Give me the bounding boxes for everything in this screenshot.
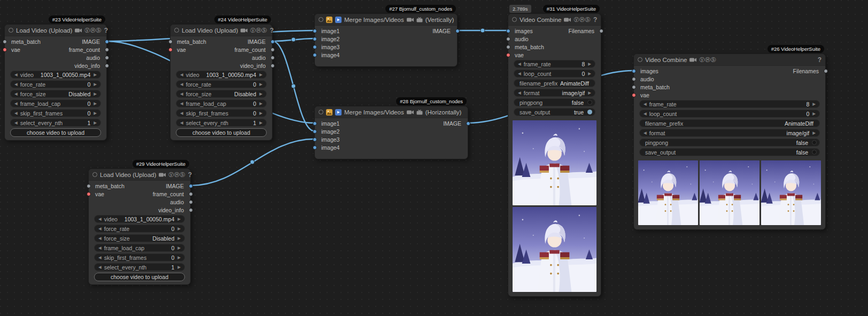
arrow-right-icon[interactable]: ▶	[176, 265, 182, 269]
collapse-icon[interactable]	[638, 57, 642, 62]
arrow-left-icon[interactable]: ◀	[97, 236, 103, 241]
widget-skip-first-frames[interactable]: ◀ skip_first_frames 0 ▶	[176, 109, 267, 117]
arrow-right-icon[interactable]: ▶	[586, 62, 593, 66]
node-23-load-video[interactable]: #23 VideoHelperSuite Load Video (Upload)…	[4, 24, 107, 141]
arrow-right-icon[interactable]: ▶	[811, 112, 817, 116]
input-slot-image1[interactable]	[313, 121, 317, 126]
widget-frame-rate[interactable]: ◀ frame_rate 8 ▶	[639, 100, 820, 108]
toggle-knob[interactable]	[812, 150, 817, 155]
arrow-left-icon[interactable]: ◀	[13, 102, 19, 106]
widget-loop-count[interactable]: ◀ loop_count 0 ▶	[639, 110, 820, 118]
arrow-left-icon[interactable]: ◀	[516, 72, 523, 76]
node-header[interactable]: Video Combine ⓋⒽⓈ ?	[634, 54, 825, 66]
widget-select-every-nth[interactable]: ◀ select_every_nth 1 ▶	[176, 119, 267, 127]
arrow-right-icon[interactable]: ▶	[586, 91, 593, 95]
output-slot-audio[interactable]	[189, 200, 193, 204]
gif-preview[interactable]	[634, 158, 825, 229]
collapse-icon[interactable]	[92, 172, 97, 177]
output-slot-image[interactable]	[105, 40, 109, 44]
widget-format[interactable]: ◀ format image/gif ▶	[639, 129, 820, 137]
output-slot-filenames[interactable]	[824, 69, 828, 73]
arrow-left-icon[interactable]: ◀	[97, 246, 103, 250]
arrow-right-icon[interactable]: ▶	[811, 131, 817, 135]
widget-frame-load-cap[interactable]: ◀ frame_load_cap 0 ▶	[10, 99, 101, 107]
arrow-right-icon[interactable]: ▶	[176, 236, 182, 241]
choose-video-button[interactable]: choose video to upload	[176, 128, 267, 137]
toggle-knob[interactable]	[587, 100, 592, 105]
input-slot-meta-batch[interactable]	[632, 85, 636, 89]
arrow-right-icon[interactable]: ▶	[258, 73, 264, 77]
help-icon[interactable]: ?	[818, 56, 821, 64]
widget-frame-load-cap[interactable]: ◀ frame_load_cap 0 ▶	[176, 99, 267, 107]
widget-frame-load-cap[interactable]: ◀ frame_load_cap 0 ▶	[94, 244, 185, 252]
toggle-knob[interactable]	[587, 110, 592, 114]
output-slot-audio[interactable]	[270, 56, 275, 60]
arrow-left-icon[interactable]: ◀	[179, 73, 185, 77]
arrow-right-icon[interactable]: ▶	[176, 246, 182, 250]
widget-skip-first-frames[interactable]: ◀ skip_first_frames 0 ▶	[94, 253, 185, 261]
choose-video-button[interactable]: choose video to upload	[10, 128, 101, 137]
output-slot-video-info[interactable]	[270, 64, 275, 68]
node-26-video-combine[interactable]: #26 VideoHelperSuite Video Combine ⓋⒽⓈ ?…	[633, 53, 826, 230]
node-header[interactable]: Merge Images/Videos (Horizontally)	[315, 106, 468, 118]
arrow-right-icon[interactable]: ▶	[176, 227, 182, 231]
node-header[interactable]: Load Video (Upload) ⓋⒽⓈ ?	[89, 169, 190, 181]
arrow-left-icon[interactable]: ◀	[179, 102, 185, 106]
node-header[interactable]: Load Video (Upload) ⓋⒽⓈ ?	[5, 25, 106, 36]
arrow-left-icon[interactable]: ◀	[179, 92, 185, 96]
arrow-left-icon[interactable]: ◀	[516, 91, 523, 95]
input-slot-vae[interactable]	[168, 48, 173, 52]
widget-select-every-nth[interactable]: ◀ select_every_nth 1 ▶	[10, 119, 101, 127]
input-slot-meta-batch[interactable]	[168, 40, 173, 44]
arrow-right-icon[interactable]: ▶	[811, 102, 817, 106]
node-29-load-video[interactable]: #29 VideoHelperSuite Load Video (Upload)…	[88, 168, 191, 285]
arrow-right-icon[interactable]: ▶	[258, 92, 264, 96]
gif-preview[interactable]	[508, 118, 601, 296]
widget-force-rate[interactable]: ◀ force_rate 0 ▶	[94, 225, 185, 233]
widget-skip-first-frames[interactable]: ◀ skip_first_frames 0 ▶	[10, 109, 101, 117]
arrow-left-icon[interactable]: ◀	[179, 121, 185, 125]
input-slot-image2[interactable]	[313, 129, 317, 134]
widget-force-size[interactable]: ◀ force_size Disabled ▶	[176, 90, 267, 98]
arrow-right-icon[interactable]: ▶	[176, 256, 182, 260]
link-midpoint-dot[interactable]	[291, 37, 296, 42]
toggle-knob[interactable]	[812, 140, 817, 145]
widget-format[interactable]: ◀ format image/gif ▶	[514, 89, 595, 97]
arrow-right-icon[interactable]: ▶	[258, 82, 264, 87]
widget-video[interactable]: ◀ video 1003_1_00050.mp4 ▶	[10, 71, 101, 79]
input-slot-images[interactable]	[632, 69, 636, 73]
output-slot-frame-count[interactable]	[105, 48, 109, 52]
input-slot-image3[interactable]	[313, 45, 317, 49]
arrow-left-icon[interactable]: ◀	[642, 112, 648, 116]
arrow-left-icon[interactable]: ◀	[13, 121, 19, 125]
link-midpoint-dot[interactable]	[250, 160, 254, 164]
collapse-icon[interactable]	[512, 17, 517, 22]
input-slot-meta-batch[interactable]	[506, 45, 510, 49]
node-24-load-video[interactable]: #24 VideoHelperSuite Load Video (Upload)…	[170, 24, 273, 141]
arrow-left-icon[interactable]: ◀	[179, 82, 185, 87]
widget-loop-count[interactable]: ◀ loop_count 0 ▶	[514, 70, 595, 78]
arrow-right-icon[interactable]: ▶	[258, 121, 264, 125]
input-slot-image4[interactable]	[313, 145, 317, 150]
output-slot-video-info[interactable]	[105, 64, 109, 68]
widget-select-every-nth[interactable]: ◀ select_every_nth 1 ▶	[94, 263, 185, 271]
widget-video[interactable]: ◀ video 1003_1_00050.mp4 ▶	[176, 71, 267, 79]
output-slot-image[interactable]	[455, 29, 460, 33]
input-slot-vae[interactable]	[3, 48, 7, 52]
arrow-right-icon[interactable]: ▶	[92, 102, 98, 106]
widget-filename-prefix[interactable]: filename_prefix AnimateDiff	[514, 79, 595, 87]
input-slot-audio[interactable]	[506, 37, 510, 41]
collapse-icon[interactable]	[174, 28, 179, 33]
arrow-left-icon[interactable]: ◀	[13, 82, 19, 87]
widget-force-size[interactable]: ◀ force_size Disabled ▶	[94, 234, 185, 242]
link-midpoint-dot[interactable]	[291, 84, 296, 88]
node-28-merge-horizontal[interactable]: #28 Bjornulf_custom_nodes Merge Images/V…	[314, 106, 468, 159]
node-header[interactable]: Video Combine ⓋⒽⓈ ?	[508, 14, 601, 26]
output-slot-filenames[interactable]	[599, 29, 603, 33]
output-slot-image[interactable]	[466, 121, 470, 126]
arrow-right-icon[interactable]: ▶	[92, 82, 98, 87]
input-slot-image1[interactable]	[313, 29, 317, 33]
arrow-left-icon[interactable]: ◀	[642, 102, 648, 106]
arrow-right-icon[interactable]: ▶	[586, 72, 593, 76]
output-slot-audio[interactable]	[105, 56, 109, 60]
